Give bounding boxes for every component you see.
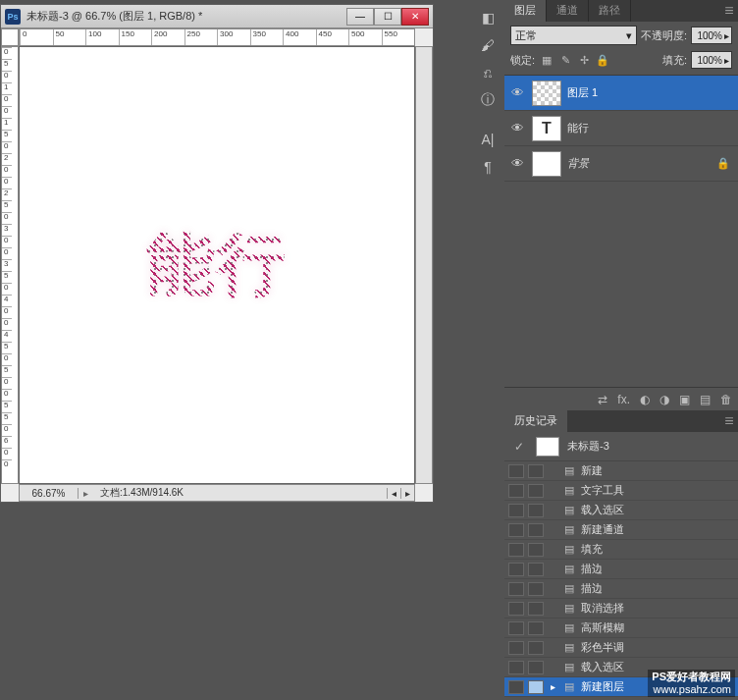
history-state-box[interactable]	[528, 504, 544, 517]
tab-channels[interactable]: 通道	[547, 0, 589, 22]
history-item[interactable]: ▤高斯模糊	[504, 619, 738, 638]
layer-name[interactable]: 图层 1	[567, 85, 734, 100]
history-source-check[interactable]	[508, 523, 524, 537]
history-source-check[interactable]	[508, 621, 524, 635]
layer-row[interactable]: 👁图层 1	[504, 76, 738, 111]
history-source-check[interactable]	[508, 563, 524, 576]
history-state-box[interactable]	[528, 621, 544, 635]
history-source-check[interactable]	[508, 484, 524, 498]
layer-name[interactable]: 能行	[567, 121, 734, 135]
maximize-button[interactable]: ☐	[374, 8, 401, 26]
brush-icon[interactable]: 🖌	[475, 32, 501, 58]
panel-menu-icon[interactable]: ≡	[720, 0, 738, 22]
character-icon[interactable]: A|	[475, 127, 501, 152]
history-step-icon: ▤	[561, 582, 577, 595]
minimize-button[interactable]: —	[346, 8, 374, 26]
history-state-box[interactable]	[528, 602, 544, 616]
ruler-horizontal[interactable]: 050100150200250300350400450500550	[19, 28, 415, 46]
lock-pixels-icon[interactable]: ✎	[557, 52, 573, 68]
canvas[interactable]: 能行	[19, 46, 415, 484]
new-layer-icon[interactable]: ▤	[700, 393, 711, 406]
lock-transparent-icon[interactable]: ▦	[539, 52, 554, 68]
history-brush-icon[interactable]: ✓	[510, 438, 528, 456]
layer-fx-icon[interactable]: fx.	[617, 393, 630, 406]
history-source-check[interactable]	[508, 602, 524, 616]
history-source-check[interactable]	[508, 543, 524, 557]
history-item[interactable]: ▤描边	[504, 560, 738, 579]
info-icon[interactable]: ⓘ	[475, 87, 501, 113]
history-state-box[interactable]	[528, 563, 544, 576]
history-step-icon: ▤	[561, 523, 577, 536]
history-item[interactable]: ▤文字工具	[504, 481, 738, 501]
history-state-box[interactable]	[528, 484, 544, 498]
history-step-icon: ▤	[561, 602, 577, 615]
lock-position-icon[interactable]: ✢	[576, 52, 592, 68]
artwork-text: 能行	[146, 219, 288, 311]
snapshot-row[interactable]: ✓ 未标题-3	[504, 432, 738, 461]
tab-paths[interactable]: 路径	[589, 0, 631, 22]
history-state-box[interactable]	[528, 543, 544, 557]
layer-thumbnail[interactable]: T	[532, 116, 561, 141]
scroll-left-button[interactable]: ◂	[387, 488, 400, 499]
scroll-right-button[interactable]: ▸	[400, 488, 414, 499]
scrollbar-vertical[interactable]	[415, 46, 433, 484]
titlebar[interactable]: Ps 未标题-3 @ 66.7% (图层 1, RGB/8) * — ☐ ✕	[1, 5, 433, 28]
layer-mask-icon[interactable]: ◐	[640, 393, 650, 406]
history-source-check[interactable]	[508, 680, 524, 694]
history-state-box[interactable]	[528, 582, 544, 596]
history-state-box[interactable]	[528, 464, 544, 478]
panel-menu-icon[interactable]: ≡	[720, 410, 738, 432]
lock-all-icon[interactable]: 🔒	[595, 52, 610, 68]
zoom-display[interactable]: 66.67%	[20, 488, 79, 499]
history-state-box[interactable]	[528, 661, 544, 674]
visibility-toggle[interactable]: 👁	[508, 155, 526, 173]
link-layers-icon[interactable]: ⇄	[598, 393, 607, 406]
ruler-vertical[interactable]: 050100150200250300350400450500550600	[1, 46, 19, 484]
ruler-corner[interactable]	[1, 28, 19, 46]
history-item[interactable]: ▤描边	[504, 579, 738, 599]
history-source-check[interactable]	[508, 504, 524, 517]
watermark-line2: www.psahz.com	[652, 683, 731, 696]
opacity-input[interactable]: 100%▸	[691, 27, 732, 44]
watermark-line1: PS爱好者教程网	[652, 671, 731, 683]
history-state-box[interactable]	[528, 523, 544, 537]
history-state-box[interactable]	[528, 680, 544, 694]
delete-layer-icon[interactable]: 🗑	[720, 393, 732, 406]
history-source-check[interactable]	[508, 464, 524, 478]
doc-info[interactable]: 文档:1.43M/914.6K	[92, 486, 387, 500]
history-source-check[interactable]	[508, 641, 524, 655]
adjustment-layer-icon[interactable]: ◑	[659, 393, 669, 406]
clone-icon[interactable]: ⎌	[475, 60, 501, 85]
tab-history[interactable]: 历史记录	[504, 410, 567, 432]
swatches-icon[interactable]: ◧	[475, 5, 501, 30]
history-state-box[interactable]	[528, 641, 544, 655]
history-item[interactable]: ▤取消选择	[504, 599, 738, 619]
status-bar: 66.67% ▸ 文档:1.43M/914.6K ◂ ▸	[19, 484, 415, 502]
fill-input[interactable]: 100%▸	[691, 51, 732, 69]
zoom-arrow-icon[interactable]: ▸	[79, 488, 92, 499]
history-item[interactable]: ▤填充	[504, 540, 738, 560]
history-source-check[interactable]	[508, 582, 524, 596]
history-item[interactable]: ▤彩色半调	[504, 638, 738, 658]
history-item[interactable]: ▤新建通道	[504, 520, 738, 540]
tab-layers[interactable]: 图层	[504, 0, 547, 22]
history-source-check[interactable]	[508, 661, 524, 674]
visibility-toggle[interactable]: 👁	[508, 84, 526, 102]
history-step-name: 描边	[581, 581, 603, 596]
blend-mode-select[interactable]: 正常▾	[510, 26, 637, 45]
layer-group-icon[interactable]: ▣	[679, 393, 690, 406]
ps-icon: Ps	[5, 9, 21, 25]
visibility-toggle[interactable]: 👁	[508, 120, 526, 137]
layer-name[interactable]: 背景	[567, 156, 711, 171]
history-item[interactable]: ▤新建	[504, 461, 738, 481]
lock-label: 锁定:	[510, 53, 535, 68]
paragraph-icon[interactable]: ¶	[475, 154, 501, 180]
history-item[interactable]: ▤载入选区	[504, 501, 738, 520]
layer-list: 👁图层 1👁T能行👁背景🔒	[504, 76, 738, 387]
history-step-icon: ▤	[561, 641, 577, 654]
close-button[interactable]: ✕	[401, 8, 429, 26]
layer-row[interactable]: 👁T能行	[504, 111, 738, 146]
layer-row[interactable]: 👁背景🔒	[504, 146, 738, 182]
layer-thumbnail[interactable]	[532, 81, 561, 106]
layer-thumbnail[interactable]	[532, 151, 561, 177]
